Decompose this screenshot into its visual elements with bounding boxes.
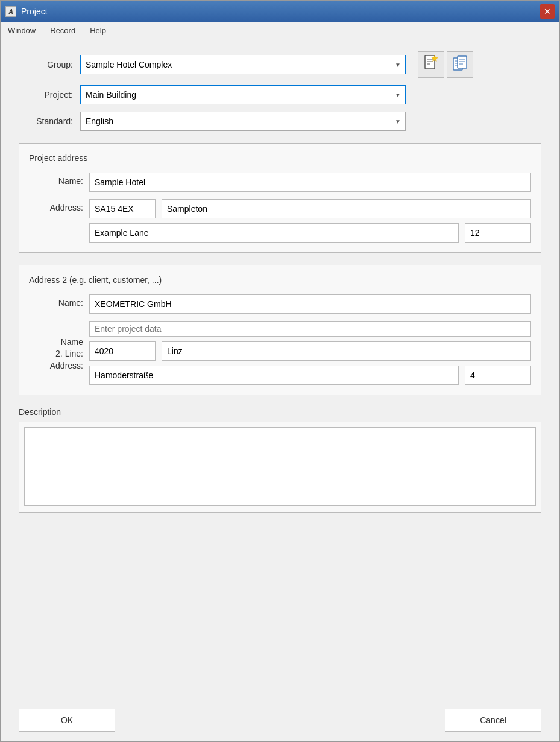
address2-city-input[interactable] [162,341,531,361]
address2-fields [89,321,531,385]
project-name-input[interactable] [89,173,531,192]
project-address-section: Project address Name: Address: [19,143,541,253]
project-label: Project: [19,90,73,100]
content-area: Group: Sample Hotel Complex ▼ [1,39,559,699]
address2-zip-input[interactable] [89,341,156,361]
project-number-input[interactable] [465,223,531,243]
project-address-row: Address: [29,199,531,243]
project-street-input[interactable] [89,223,459,243]
project-name-row: Name: [29,173,531,192]
menu-record[interactable]: Record [48,25,78,36]
standard-row: Standard: English ▼ [19,112,541,131]
group-select[interactable]: Sample Hotel Complex [80,55,406,74]
address2-number-input[interactable] [465,366,531,385]
address2-street-input[interactable] [89,366,459,385]
ok-button[interactable]: OK [19,709,115,732]
description-title: Description [19,407,541,417]
address2-name2-row: Name2. Line:Address: [29,321,531,385]
copy-project-button[interactable] [447,51,473,78]
title-bar: A Project ✕ [1,1,559,22]
address2-name-label: Name: [29,294,83,308]
group-label: Group: [19,60,73,69]
project-name-label: Name: [29,173,83,186]
cancel-button[interactable]: Cancel [445,709,541,732]
copy-doc-svg [451,55,468,72]
menu-window[interactable]: Window [5,25,38,36]
standard-label: Standard: [19,116,73,126]
menu-bar: Window Record Help [1,22,559,39]
group-select-wrapper: Sample Hotel Complex ▼ [80,55,406,74]
copy-doc-icon [451,55,468,75]
address2-title: Address 2 (e.g. client, customer, ...) [29,275,531,285]
app-icon: A [5,6,16,17]
project-zip-input[interactable] [89,199,156,218]
project-address-label: Address: [29,199,83,212]
description-textarea[interactable] [24,427,536,506]
project-city-input[interactable] [162,199,531,218]
top-form: Group: Sample Hotel Complex ▼ [19,51,541,131]
title-bar-left: A Project [5,6,48,17]
new-doc-icon [423,54,439,75]
project-row: Project: Main Building ▼ [19,85,541,104]
address2-name-row: Name: [29,294,531,314]
address2-name-input[interactable] [89,294,531,314]
group-row: Group: Sample Hotel Complex ▼ [19,51,541,78]
window-title: Project [21,7,48,16]
project-select[interactable]: Main Building [80,85,406,104]
description-section: Description [19,407,541,513]
toolbar-buttons [418,51,473,78]
menu-help[interactable]: Help [87,25,109,36]
standard-select[interactable]: English [80,112,406,131]
svg-rect-9 [458,56,467,68]
address2-section: Address 2 (e.g. client, customer, ...) N… [19,265,541,395]
project-address-title: Project address [29,153,531,163]
new-project-button[interactable] [418,51,444,78]
standard-select-wrapper: English ▼ [80,112,406,131]
project-select-wrapper: Main Building ▼ [80,85,406,104]
address2-name2-label: Name2. Line:Address: [29,334,83,372]
new-doc-svg [423,54,439,71]
main-window: A Project ✕ Window Record Help Group: Sa… [0,0,560,742]
address2-name2-input[interactable] [89,321,531,337]
close-button[interactable]: ✕ [540,4,555,19]
project-address-fields [89,199,531,243]
bottom-buttons: OK Cancel [1,699,559,741]
